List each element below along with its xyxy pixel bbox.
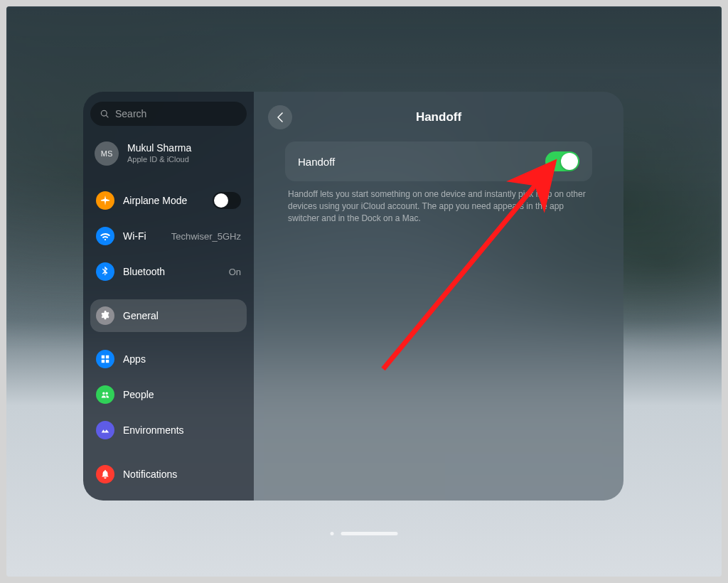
wifi-icon: [96, 227, 114, 245]
sidebar-item-label: People: [123, 389, 241, 400]
handoff-label: Handoff: [298, 156, 335, 168]
wallpaper-mountains: Search MS Mukul Sharma Apple ID & iCloud…: [6, 6, 722, 577]
bluetooth-icon: [96, 262, 114, 281]
sidebar-item-label: General: [123, 310, 241, 321]
search-placeholder: Search: [115, 108, 146, 119]
gear-icon: [96, 306, 114, 325]
sidebar-item-label: Environments: [123, 424, 241, 436]
sidebar-item-label: Airplane Mode: [123, 195, 204, 206]
detail-pane: Handoff Handoff Handoff lets you start s…: [254, 92, 623, 501]
environments-icon: [96, 421, 114, 439]
settings-sidebar: Search MS Mukul Sharma Apple ID & iCloud…: [83, 92, 254, 501]
sidebar-item-label: Notifications: [123, 469, 241, 480]
search-icon: [100, 109, 109, 119]
bluetooth-status: On: [229, 267, 241, 277]
apps-icon: [96, 350, 114, 368]
airplane-icon: [96, 191, 114, 210]
handoff-row[interactable]: Handoff: [285, 141, 592, 181]
sidebar-item-people[interactable]: People: [90, 378, 247, 411]
settings-window: Search MS Mukul Sharma Apple ID & iCloud…: [83, 92, 623, 501]
sidebar-item-environments[interactable]: Environments: [90, 414, 247, 446]
airplane-toggle-off[interactable]: [213, 192, 241, 209]
sidebar-item-notifications[interactable]: Notifications: [90, 458, 247, 491]
people-icon: [96, 385, 114, 404]
page-title: Handoff: [292, 110, 585, 124]
home-indicator[interactable]: [331, 532, 398, 535]
bell-icon: [96, 465, 114, 483]
sidebar-item-label: Bluetooth: [123, 266, 220, 277]
sidebar-item-airplane-mode[interactable]: Airplane Mode: [90, 184, 247, 217]
search-input[interactable]: Search: [90, 102, 247, 126]
handoff-description: Handoff lets you start something on one …: [285, 188, 592, 224]
account-subtitle: Apple ID & iCloud: [127, 155, 191, 165]
sidebar-item-label: Apps: [123, 353, 241, 365]
sidebar-item-general[interactable]: General: [90, 299, 247, 332]
back-button[interactable]: [268, 105, 292, 129]
chevron-left-icon: [277, 112, 284, 122]
handoff-toggle[interactable]: [545, 151, 579, 171]
sidebar-item-wifi[interactable]: Wi-Fi Techwiser_5GHz: [90, 220, 247, 252]
sidebar-item-bluetooth[interactable]: Bluetooth On: [90, 255, 247, 288]
sidebar-item-label: Wi-Fi: [123, 230, 163, 242]
account-name: Mukul Sharma: [127, 142, 191, 155]
wifi-network-name: Techwiser_5GHz: [171, 231, 241, 242]
avatar: MS: [95, 141, 119, 166]
account-row[interactable]: MS Mukul Sharma Apple ID & iCloud: [90, 136, 247, 171]
sidebar-item-apps[interactable]: Apps: [90, 343, 247, 375]
